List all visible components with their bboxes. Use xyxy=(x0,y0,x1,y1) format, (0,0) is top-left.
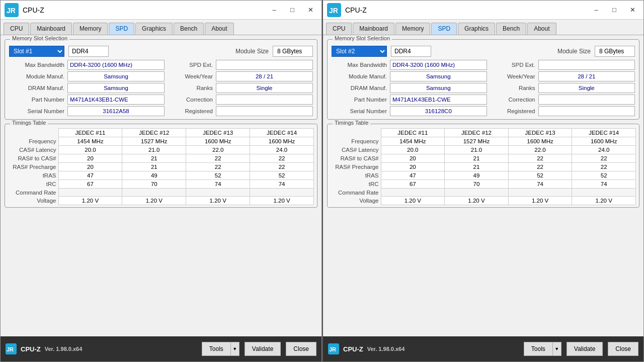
tab-graphics-2[interactable]: Graphics xyxy=(458,23,495,35)
ranks-label-2: Ranks xyxy=(490,85,535,91)
timing-cell: 1454 MHz xyxy=(381,137,445,146)
max-bw-value-2: DDR4-3200 (1600 MHz) xyxy=(390,60,487,70)
timing-cell: 52 xyxy=(572,171,636,180)
validate-button-2[interactable]: Validate xyxy=(567,342,603,356)
timing-cell: 47 xyxy=(58,171,122,180)
timing-cell: 21.0 xyxy=(445,146,509,154)
tools-dropdown-2[interactable]: ▼ xyxy=(552,342,561,356)
spd-ext-value-1 xyxy=(216,60,313,70)
svg-text:JR: JR xyxy=(329,346,336,352)
timing-cell: 1527 MHz xyxy=(445,137,509,146)
tools-button-1[interactable]: Tools xyxy=(202,342,230,356)
timing-cell: 52 xyxy=(186,171,250,180)
module-manuf-label-2: Module Manuf. xyxy=(332,73,387,79)
tab-bench-2[interactable]: Bench xyxy=(496,23,526,35)
validate-button-1[interactable]: Validate xyxy=(245,342,281,356)
content-1: Memory Slot Selection Slot #1 Slot #2 DD… xyxy=(1,35,321,336)
timing-cell: 24.0 xyxy=(250,146,314,154)
timing-cell: 1.20 V xyxy=(122,197,186,205)
tab-bench-1[interactable]: Bench xyxy=(174,23,204,35)
window-title-2: CPU-Z xyxy=(345,6,589,14)
timing-cell: 70 xyxy=(122,180,186,189)
registered-value-2 xyxy=(538,106,635,116)
registered-label-2: Registered xyxy=(490,108,535,114)
tab-spd-2[interactable]: SPD xyxy=(431,23,457,35)
timing-cell xyxy=(58,189,122,197)
svg-text:JR: JR xyxy=(7,7,16,15)
registered-value-1 xyxy=(216,106,313,116)
tab-cpu-2[interactable]: CPU xyxy=(326,23,352,35)
app-logo-2: JR xyxy=(327,3,341,17)
close-footer-button-2[interactable]: Close xyxy=(608,342,638,356)
svg-text:JR: JR xyxy=(329,7,338,15)
timing-cell: 22 xyxy=(508,154,572,163)
footer-1: JR CPU-Z Ver. 1.98.0.x64 Tools ▼ Validat… xyxy=(1,336,321,361)
tools-btn-group-2: Tools ▼ xyxy=(524,342,561,356)
ranks-value-2: Single xyxy=(538,83,635,93)
tools-btn-group-1: Tools ▼ xyxy=(202,342,239,356)
window-2: JR CPU-Z – □ ✕ CPU Mainboard Memory SPD … xyxy=(322,0,644,362)
timing-cell: 22.0 xyxy=(186,146,250,154)
tab-graphics-1[interactable]: Graphics xyxy=(135,23,173,35)
info-grid-1: Max Bandwidth DDR4-3200 (1600 MHz) SPD E… xyxy=(9,60,313,116)
minimize-button-1[interactable]: – xyxy=(267,4,281,16)
timing-row-label: Voltage xyxy=(8,197,58,205)
max-bw-value-1: DDR4-3200 (1600 MHz) xyxy=(67,60,165,70)
tab-memory-2[interactable]: Memory xyxy=(395,23,430,35)
tools-button-2[interactable]: Tools xyxy=(524,342,552,356)
timing-cell: 22 xyxy=(250,163,314,171)
timing-cell: 1.20 V xyxy=(508,197,572,205)
serial-value-1: 31612A58 xyxy=(67,106,165,116)
ranks-label-1: Ranks xyxy=(168,85,213,91)
timing-row-label: CAS# Latency xyxy=(8,146,58,154)
max-bw-label-1: Max Bandwidth xyxy=(9,62,64,68)
info-grid-2: Max Bandwidth DDR4-3200 (1600 MHz) SPD E… xyxy=(332,60,635,116)
minimize-button-2[interactable]: – xyxy=(589,4,603,16)
timing-row-label: tRC xyxy=(8,180,58,189)
timing-cell: 20 xyxy=(381,163,445,171)
tab-cpu-1[interactable]: CPU xyxy=(4,23,29,35)
spd-ext-value-2 xyxy=(538,60,635,70)
timing-cell: 21.0 xyxy=(122,146,186,154)
jedec-col-4-2: JEDEC #14 xyxy=(572,129,636,137)
timing-row-label: Frequency xyxy=(8,137,58,146)
week-year-value-1: 28 / 21 xyxy=(216,71,313,81)
jedec-col-1-1: JEDEC #11 xyxy=(58,129,122,137)
timing-cell: 22 xyxy=(572,163,636,171)
timing-cell xyxy=(250,189,314,197)
timing-cell: 22 xyxy=(508,163,572,171)
close-footer-button-1[interactable]: Close xyxy=(286,342,316,356)
module-manuf-value-2: Samsung xyxy=(390,71,487,81)
footer-app-name-2: CPU-Z xyxy=(343,345,363,353)
maximize-button-2[interactable]: □ xyxy=(607,4,621,16)
spd-ext-label-2: SPD Ext. xyxy=(490,62,535,68)
slot-select-2[interactable]: Slot #1 Slot #2 xyxy=(332,46,387,57)
close-button-2[interactable]: ✕ xyxy=(625,4,639,16)
timing-cell: 74 xyxy=(186,180,250,189)
module-size-label-1: Module Size xyxy=(235,48,269,55)
close-button-1[interactable]: ✕ xyxy=(303,4,317,16)
timing-cell: 22.0 xyxy=(508,146,572,154)
timing-cell: 20 xyxy=(58,154,122,163)
tools-dropdown-1[interactable]: ▼ xyxy=(230,342,239,356)
tab-memory-1[interactable]: Memory xyxy=(73,23,108,35)
tab-about-1[interactable]: About xyxy=(205,23,233,35)
max-bw-label-2: Max Bandwidth xyxy=(332,62,387,68)
ranks-value-1: Single xyxy=(216,83,313,93)
tab-about-2[interactable]: About xyxy=(527,23,556,35)
timing-cell: 21 xyxy=(445,163,509,171)
timing-row-label: Command Rate xyxy=(331,189,381,197)
tab-mainboard-2[interactable]: Mainboard xyxy=(353,23,394,35)
serial-label-1: Serial Number xyxy=(9,108,64,114)
correction-label-2: Correction xyxy=(490,97,535,103)
tab-spd-1[interactable]: SPD xyxy=(109,23,134,35)
timing-cell: 20.0 xyxy=(58,146,122,154)
correction-value-2 xyxy=(538,95,635,105)
jedec-col-1-2: JEDEC #11 xyxy=(381,129,445,137)
maximize-button-1[interactable]: □ xyxy=(285,4,299,16)
timing-cell: 1600 MHz xyxy=(186,137,250,146)
week-year-value-2: 28 / 21 xyxy=(538,71,635,81)
slot-select-1[interactable]: Slot #1 Slot #2 xyxy=(9,46,64,57)
memory-slot-section-1: Memory Slot Selection Slot #1 Slot #2 DD… xyxy=(5,39,317,120)
tab-mainboard-1[interactable]: Mainboard xyxy=(30,23,72,35)
